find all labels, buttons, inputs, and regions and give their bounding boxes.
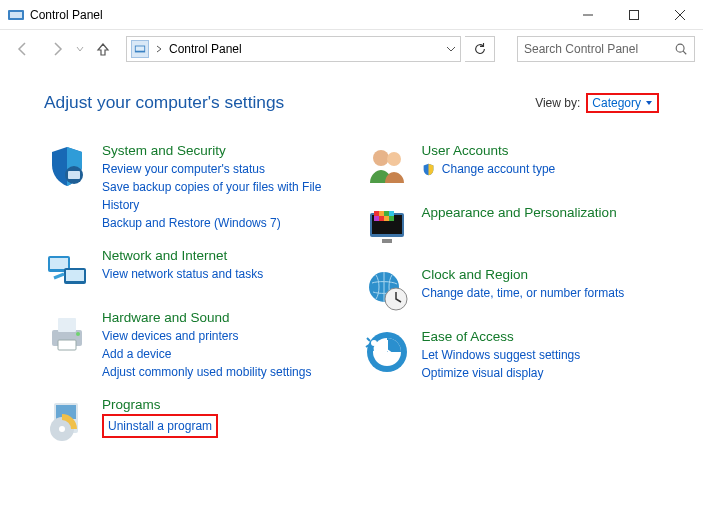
window-title: Control Panel (30, 8, 103, 22)
category-appearance-personalization: Appearance and Personalization (364, 205, 660, 251)
category-network-internet: Network and Internet View network status… (44, 248, 340, 294)
svg-rect-18 (58, 340, 76, 350)
refresh-button[interactable] (465, 36, 495, 62)
page-title: Adjust your computer's settings (44, 92, 284, 113)
svg-rect-11 (68, 171, 80, 179)
address-cp-icon (131, 40, 149, 58)
category-title[interactable]: Network and Internet (102, 248, 263, 263)
svg-rect-33 (374, 216, 379, 221)
chevron-down-icon (645, 99, 653, 107)
address-bar[interactable]: Control Panel (126, 36, 461, 62)
category-hardware-sound: Hardware and Sound View devices and prin… (44, 310, 340, 381)
category-link[interactable]: Change date, time, or number formats (422, 284, 625, 302)
up-button[interactable] (88, 34, 118, 64)
svg-rect-28 (382, 239, 392, 243)
category-link[interactable]: Optimize visual display (422, 364, 581, 382)
ease-of-access-icon (364, 329, 410, 375)
people-icon (364, 143, 410, 189)
monitor-palette-icon (364, 205, 410, 251)
category-title[interactable]: User Accounts (422, 143, 556, 158)
address-location[interactable]: Control Panel (169, 42, 242, 56)
search-icon[interactable] (674, 42, 688, 56)
svg-point-25 (387, 152, 401, 166)
svg-rect-3 (630, 10, 639, 19)
svg-rect-31 (384, 211, 389, 216)
search-input[interactable] (524, 42, 674, 56)
category-link[interactable]: Let Windows suggest settings (422, 346, 581, 364)
network-icon (44, 248, 90, 294)
category-clock-region: Clock and Region Change date, time, or n… (364, 267, 660, 313)
svg-rect-36 (389, 216, 394, 221)
svg-rect-13 (50, 258, 68, 269)
category-title[interactable]: Clock and Region (422, 267, 625, 282)
category-title[interactable]: Programs (102, 397, 218, 412)
right-column: User Accounts Change account type (364, 143, 660, 443)
category-link-uninstall[interactable]: Uninstall a program (102, 414, 218, 438)
category-link[interactable]: Change account type (422, 160, 556, 178)
minimize-button[interactable] (565, 0, 611, 30)
chevron-right-icon[interactable] (155, 45, 163, 53)
svg-point-41 (371, 340, 377, 346)
category-title[interactable]: Hardware and Sound (102, 310, 311, 325)
category-link[interactable]: Review your computer's status (102, 160, 340, 178)
svg-rect-34 (379, 216, 384, 221)
back-button[interactable] (8, 34, 38, 64)
forward-button[interactable] (42, 34, 72, 64)
cd-box-icon (44, 397, 90, 443)
svg-rect-29 (374, 211, 379, 216)
svg-rect-17 (58, 318, 76, 332)
view-by-label: View by: (535, 96, 580, 110)
control-panel-icon (8, 7, 24, 23)
maximize-button[interactable] (611, 0, 657, 30)
svg-rect-35 (384, 216, 389, 221)
category-link-text: Change account type (442, 162, 555, 176)
svg-rect-32 (389, 211, 394, 216)
category-link[interactable]: Save backup copies of your files with Fi… (102, 178, 340, 214)
globe-clock-icon (364, 267, 410, 313)
category-title[interactable]: Appearance and Personalization (422, 205, 617, 220)
nav-toolbar: Control Panel (0, 30, 703, 68)
svg-line-9 (683, 51, 686, 54)
close-button[interactable] (657, 0, 703, 30)
address-dropdown-icon[interactable] (446, 44, 456, 54)
svg-point-8 (676, 44, 684, 52)
category-system-security: System and Security Review your computer… (44, 143, 340, 232)
titlebar: Control Panel (0, 0, 703, 30)
svg-point-24 (373, 150, 389, 166)
printer-icon (44, 310, 90, 356)
svg-rect-30 (379, 211, 384, 216)
search-box[interactable] (517, 36, 695, 62)
category-link[interactable]: View devices and printers (102, 327, 311, 345)
category-link[interactable]: View network status and tasks (102, 265, 263, 283)
view-by-dropdown[interactable]: Category (586, 93, 659, 113)
uac-shield-icon (422, 163, 435, 176)
category-link[interactable]: Add a device (102, 345, 311, 363)
category-programs: Programs Uninstall a program (44, 397, 340, 443)
svg-rect-7 (136, 46, 145, 50)
category-title[interactable]: Ease of Access (422, 329, 581, 344)
svg-point-23 (59, 426, 65, 432)
view-by-control: View by: Category (535, 93, 659, 113)
svg-rect-15 (66, 270, 84, 281)
shield-computer-icon (44, 143, 90, 189)
view-by-value: Category (592, 96, 641, 110)
svg-rect-1 (10, 12, 22, 18)
category-ease-of-access: Ease of Access Let Windows suggest setti… (364, 329, 660, 382)
category-link[interactable]: Backup and Restore (Windows 7) (102, 214, 340, 232)
svg-point-19 (76, 332, 80, 336)
category-link[interactable]: Adjust commonly used mobility settings (102, 363, 311, 381)
content-area: Adjust your computer's settings View by:… (0, 68, 703, 453)
left-column: System and Security Review your computer… (44, 143, 340, 443)
category-title[interactable]: System and Security (102, 143, 340, 158)
recent-dropdown-icon[interactable] (76, 45, 84, 53)
category-user-accounts: User Accounts Change account type (364, 143, 660, 189)
